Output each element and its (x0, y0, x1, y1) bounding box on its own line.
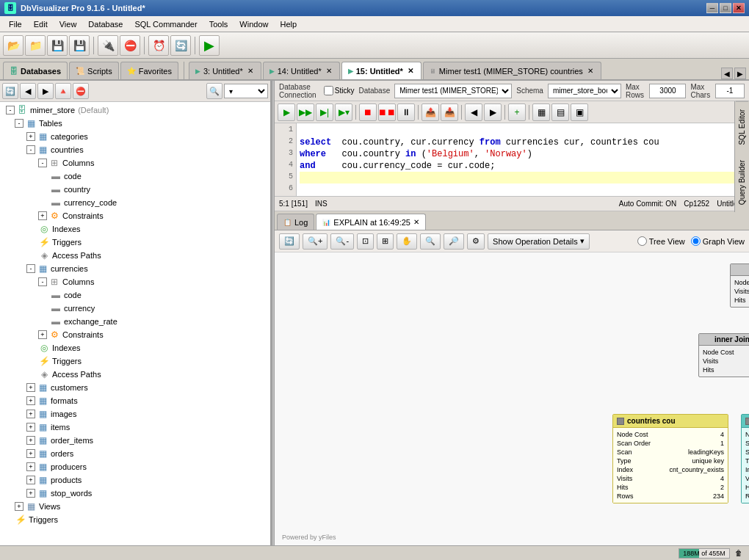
tree-columns-currencies[interactable]: - ⊞ Columns (37, 275, 269, 288)
sidebar-search[interactable]: 🔍 (206, 83, 222, 99)
expand-constraints-currencies[interactable]: + (38, 330, 47, 339)
expand-views[interactable]: + (15, 502, 23, 511)
tree-products[interactable]: + ▦ products (25, 473, 269, 487)
tab-nav-next[interactable]: ▶ (734, 68, 746, 79)
tree-producers[interactable]: + ▦ producers (25, 460, 269, 473)
expand-products[interactable]: + (26, 476, 35, 484)
expand-producers[interactable]: + (26, 462, 35, 471)
expand-formats[interactable]: + (26, 396, 35, 405)
toolbar-refresh[interactable]: 🔄 (170, 35, 191, 56)
tree-indexes-currencies[interactable]: ◎ Indexes (37, 341, 269, 354)
sql-next-btn[interactable]: ▶ (484, 103, 502, 121)
expand-orders[interactable]: + (26, 449, 35, 458)
tree-constraints-countries[interactable]: + ⚙ Constraints (37, 209, 269, 222)
result-refresh-btn[interactable]: 🔄 (279, 233, 300, 250)
result-zoom-fit2-btn[interactable]: ⊞ (377, 233, 394, 250)
toolbar-clock[interactable]: ⏰ (148, 35, 169, 56)
tree-categories[interactable]: + ▦ categories (25, 130, 269, 143)
tab-editor-3[interactable]: ▶ 3: Untitled* ✕ (189, 62, 261, 79)
sql-editor[interactable]: 1 2 3 4 5 6 select cou.country, cur.curr… (275, 123, 749, 197)
expand-mimer[interactable]: - (6, 106, 15, 114)
menu-view[interactable]: View (54, 18, 83, 30)
max-chars-input[interactable] (715, 84, 745, 98)
sql-grid3-btn[interactable]: ▣ (571, 103, 588, 121)
menu-sql-commander[interactable]: SQL Commander (129, 18, 203, 30)
tab-favorites[interactable]: ⭐ Favorites (120, 62, 178, 79)
expand-items[interactable]: + (26, 423, 35, 432)
expand-tables[interactable]: - (15, 119, 23, 128)
sql-run-btn[interactable]: ▶ (278, 103, 295, 121)
tree-col-exchange-rate[interactable]: ▬ exchange_rate (48, 315, 269, 328)
window-controls[interactable]: ─ □ ✕ (706, 3, 745, 13)
tab-explain[interactable]: 📊 EXPLAIN at 16:49:25 ✕ (316, 214, 426, 230)
tree-access-paths-currencies[interactable]: ◈ Access Paths (37, 368, 269, 381)
tree-items[interactable]: + ▦ items (25, 421, 269, 434)
tab-editor-14[interactable]: ▶ 14: Untitled* ✕ (263, 62, 340, 79)
toolbar-save2[interactable]: 💾 (69, 35, 90, 56)
tree-col-currency-code[interactable]: ▬ currency_code (48, 196, 269, 209)
tree-columns-countries[interactable]: - ⊞ Columns (37, 156, 269, 170)
tree-constraints-currencies[interactable]: + ⚙ Constraints (37, 328, 269, 341)
result-zoom-magnify2-btn[interactable]: 🔎 (444, 233, 464, 250)
tab-mimer[interactable]: 🖥 Mimer test1 (MIMER_STORE) countries ✕ (423, 62, 601, 79)
sql-run-sel-btn[interactable]: ▶| (316, 103, 333, 121)
tab-log[interactable]: 📋 Log (277, 214, 314, 230)
graph-view-input[interactable] (691, 236, 701, 246)
sidebar-filter-select[interactable]: ▾ (224, 84, 268, 98)
sticky-checkbox[interactable] (324, 86, 333, 95)
sidebar-refresh[interactable]: 🔄 (2, 83, 18, 99)
trash-icon[interactable]: 🗑 (733, 548, 745, 559)
sql-export-btn[interactable]: 📤 (421, 103, 439, 121)
tab-scripts[interactable]: 📜 Scripts (69, 62, 119, 79)
tree-triggers-root[interactable]: ⚡ Triggers (13, 513, 269, 526)
tree-tables[interactable]: - ▦ Tables (13, 117, 269, 130)
sidebar-back[interactable]: ◀ (20, 83, 36, 99)
tree-orders[interactable]: + ▦ orders (25, 447, 269, 460)
query-builder-side-tab[interactable]: Query Builder (736, 153, 748, 212)
expand-columns-countries[interactable]: - (38, 159, 47, 167)
toolbar-save[interactable]: 💾 (47, 35, 68, 56)
sql-grid-btn[interactable]: ▦ (532, 103, 550, 121)
sql-grid2-btn[interactable]: ▤ (551, 103, 569, 121)
tree-col-currency[interactable]: ▬ currency (48, 302, 269, 315)
result-pan-btn[interactable]: ✋ (397, 233, 417, 250)
toolbar-connect[interactable]: 🔌 (98, 35, 118, 56)
expand-categories[interactable]: + (26, 132, 35, 141)
menu-tools[interactable]: Tools (203, 18, 234, 30)
tree-order-items[interactable]: + ▦ order_items (25, 434, 269, 447)
expand-columns-currencies[interactable]: - (38, 277, 47, 286)
tab-close-mimer[interactable]: ✕ (586, 67, 595, 76)
minimize-button[interactable]: ─ (706, 3, 718, 13)
result-details-btn[interactable]: ⚙ (467, 233, 485, 250)
expand-images[interactable]: + (26, 410, 35, 418)
close-button[interactable]: ✕ (733, 3, 745, 13)
result-zoom-out-btn[interactable]: 🔍- (330, 233, 354, 250)
tree-triggers-currencies[interactable]: ⚡ Triggers (37, 354, 269, 368)
menu-window[interactable]: Window (234, 18, 274, 30)
tree-formats[interactable]: + ▦ formats (25, 394, 269, 407)
expand-constraints-countries[interactable]: + (38, 211, 47, 220)
sql-stop-btn[interactable]: ⏹ (359, 103, 377, 121)
tree-root[interactable]: - 🗄 mimer_store (Default) (4, 103, 269, 117)
tree-col-code[interactable]: ▬ code (48, 170, 269, 183)
show-operation-details-btn[interactable]: Show Operation Details ▾ (488, 233, 590, 250)
sql-prev-btn[interactable]: ◀ (465, 103, 482, 121)
toolbar-disconnect[interactable]: ⛔ (120, 35, 140, 56)
tab-close-14[interactable]: ✕ (325, 67, 333, 76)
result-zoom-magnify-btn[interactable]: 🔍 (420, 233, 441, 250)
expand-currencies[interactable]: - (26, 264, 35, 273)
sql-import-btn[interactable]: 📥 (441, 103, 458, 121)
tree-indexes-countries[interactable]: ◎ Indexes (37, 222, 269, 236)
sql-add-btn[interactable]: + (508, 103, 526, 121)
tree-triggers-countries[interactable]: ⚡ Triggers (37, 236, 269, 249)
maximize-button[interactable]: □ (720, 3, 731, 13)
sql-pause-btn[interactable]: ⏸ (397, 103, 415, 121)
tab-close-3[interactable]: ✕ (246, 67, 255, 76)
sidebar-forward[interactable]: ▶ (37, 83, 54, 99)
tab-databases[interactable]: 🗄 Databases (3, 62, 68, 79)
graph-view-radio[interactable]: Graph View (691, 236, 745, 246)
toolbar-folder[interactable]: 📁 (25, 35, 46, 56)
max-rows-input[interactable] (649, 84, 686, 98)
schema-select[interactable]: mimer_store_book (548, 84, 621, 98)
tree-view-radio[interactable]: Tree View (637, 236, 685, 246)
